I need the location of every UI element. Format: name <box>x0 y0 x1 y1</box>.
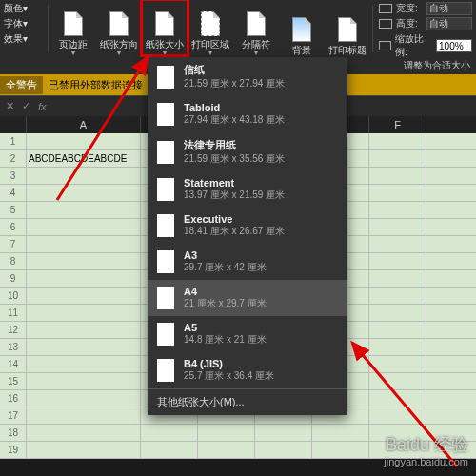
paper-name: Statement <box>184 177 285 188</box>
print-area-icon <box>197 10 224 38</box>
row-header[interactable]: 15 <box>0 373 27 389</box>
background-icon <box>288 15 315 44</box>
paper-size-option[interactable]: 法律专用纸 21.59 厘米 x 35.56 厘米 <box>148 132 347 171</box>
fx-icon[interactable]: fx <box>38 101 47 112</box>
cancel-icon[interactable]: ✕ <box>6 100 14 112</box>
print-titles-icon <box>334 15 361 44</box>
page-thumb-icon <box>157 250 174 273</box>
theme-effect[interactable]: 效果▾ <box>4 32 42 46</box>
paper-dim: 13.97 厘米 x 21.59 厘米 <box>184 188 285 202</box>
orientation-icon <box>106 10 132 38</box>
row-header[interactable]: 8 <box>0 253 27 269</box>
row-header[interactable]: 12 <box>0 322 27 338</box>
row-header[interactable]: 6 <box>0 219 27 235</box>
paper-name: 信纸 <box>184 63 285 77</box>
confirm-icon[interactable]: ✓ <box>22 100 30 112</box>
cell-a2[interactable]: ABCDEABCDEABCDE <box>27 150 141 167</box>
paper-size-dropdown: 信纸 21.59 厘米 x 27.94 厘米 Tabloid 27.94 厘米 … <box>148 57 347 415</box>
row-header[interactable]: 10 <box>0 288 27 304</box>
height-input[interactable] <box>426 17 472 30</box>
paper-name: A5 <box>184 322 267 333</box>
scale-group: 宽度: 高度: 缩放比例: <box>375 0 476 57</box>
breaks-icon <box>243 10 269 38</box>
paper-size-option[interactable]: A3 29.7 厘米 x 42 厘米 <box>148 244 347 280</box>
paper-size-option[interactable]: Statement 13.97 厘米 x 21.59 厘米 <box>148 171 347 208</box>
page-thumb-icon <box>157 323 174 346</box>
page-thumb-icon <box>157 66 174 89</box>
paper-dim: 21.59 厘米 x 27.94 厘米 <box>184 77 285 90</box>
paper-name: B4 (JIS) <box>184 358 274 369</box>
width-icon <box>379 4 392 13</box>
scale-input[interactable] <box>436 39 472 52</box>
row-header[interactable]: 19 <box>0 442 27 458</box>
margins-button[interactable]: 页边距▾ <box>50 0 96 57</box>
row-header[interactable]: 16 <box>0 390 27 407</box>
warning-tag: 全警告 <box>0 76 43 94</box>
paper-dim: 21 厘米 x 29.7 厘米 <box>184 297 267 310</box>
row-header[interactable]: 11 <box>0 305 27 321</box>
col-f[interactable]: F <box>369 116 426 133</box>
row-header[interactable]: 9 <box>0 270 27 287</box>
paper-name: A3 <box>184 249 267 261</box>
page-thumb-icon <box>157 359 174 382</box>
select-all-corner[interactable] <box>0 116 27 133</box>
width-label: 宽度: <box>396 2 423 15</box>
row-header[interactable]: 2 <box>0 150 27 167</box>
paper-size-option[interactable]: A4 21 厘米 x 29.7 厘米 <box>148 280 347 316</box>
page-thumb-icon <box>157 103 174 126</box>
paper-dim: 25.7 厘米 x 36.4 厘米 <box>184 369 274 383</box>
height-label: 高度: <box>396 17 423 30</box>
page-thumb-icon <box>157 214 174 237</box>
paper-name: Tabloid <box>184 102 285 113</box>
paper-name: Executive <box>184 213 285 225</box>
separator <box>372 5 373 52</box>
paper-dim: 27.94 厘米 x 43.18 厘米 <box>184 113 285 127</box>
row-header[interactable]: 13 <box>0 339 27 355</box>
background-button[interactable]: 背景 <box>279 0 325 57</box>
width-input[interactable] <box>426 2 472 15</box>
paper-size-icon <box>151 10 178 38</box>
theme-color[interactable]: 颜色▾ <box>4 2 42 15</box>
paper-dim: 21.59 厘米 x 35.56 厘米 <box>184 152 285 166</box>
warning-text: 已禁用外部数据连接 <box>49 78 143 92</box>
scale-icon <box>379 41 391 50</box>
paper-name: 法律专用纸 <box>184 138 285 152</box>
ribbon: 颜色▾ 字体▾ 效果▾ 页边距▾ 纸张方向▾ 纸张大小▾ 打印区域▾ 分隔符▾ … <box>0 0 476 57</box>
theme-font[interactable]: 字体▾ <box>4 17 42 30</box>
paper-dim: 18.41 厘米 x 26.67 厘米 <box>184 225 285 238</box>
paper-size-option[interactable]: B4 (JIS) 25.7 厘米 x 36.4 厘米 <box>148 352 347 388</box>
breaks-button[interactable]: 分隔符▾ <box>233 0 279 57</box>
page-setup-group: 页边距▾ 纸张方向▾ 纸张大小▾ 打印区域▾ 分隔符▾ 背景 打印标题 <box>50 0 370 57</box>
watermark: Baidu 经验 jingyan.baidu.com <box>384 435 468 468</box>
orientation-button[interactable]: 纸张方向▾ <box>96 0 142 57</box>
row-header[interactable]: 5 <box>0 202 27 218</box>
print-titles-button[interactable]: 打印标题 <box>325 0 370 57</box>
height-icon <box>379 19 392 29</box>
row-header[interactable]: 7 <box>0 236 27 252</box>
col-a[interactable]: A <box>27 116 141 133</box>
scale-label: 缩放比例: <box>395 32 432 59</box>
paper-size-option[interactable]: 信纸 21.59 厘米 x 27.94 厘米 <box>148 57 347 96</box>
page-thumb-icon <box>157 141 174 164</box>
separator <box>48 5 49 52</box>
paper-size-button[interactable]: 纸张大小▾ <box>142 0 188 57</box>
row-header[interactable]: 4 <box>0 185 27 201</box>
paper-size-option[interactable]: Executive 18.41 厘米 x 26.67 厘米 <box>148 208 347 244</box>
row-header[interactable]: 14 <box>0 356 27 372</box>
ribbon-theme-group: 颜色▾ 字体▾ 效果▾ <box>0 0 46 57</box>
print-area-button[interactable]: 打印区域▾ <box>188 0 233 57</box>
row-header[interactable]: 18 <box>0 425 27 441</box>
paper-dim: 14.8 厘米 x 21 厘米 <box>184 333 267 347</box>
page-thumb-icon <box>157 178 174 201</box>
paper-dim: 29.7 厘米 x 42 厘米 <box>184 261 267 274</box>
margins-icon <box>60 10 87 38</box>
row-header[interactable]: 17 <box>0 407 27 424</box>
row-header[interactable]: 1 <box>0 133 27 149</box>
paper-size-option[interactable]: A5 14.8 厘米 x 21 厘米 <box>148 316 347 352</box>
row-header[interactable]: 3 <box>0 168 27 184</box>
more-paper-sizes[interactable]: 其他纸张大小(M)... <box>148 388 347 415</box>
paper-name: A4 <box>184 286 267 297</box>
page-thumb-icon <box>157 287 174 309</box>
paper-size-option[interactable]: Tabloid 27.94 厘米 x 43.18 厘米 <box>148 96 347 132</box>
